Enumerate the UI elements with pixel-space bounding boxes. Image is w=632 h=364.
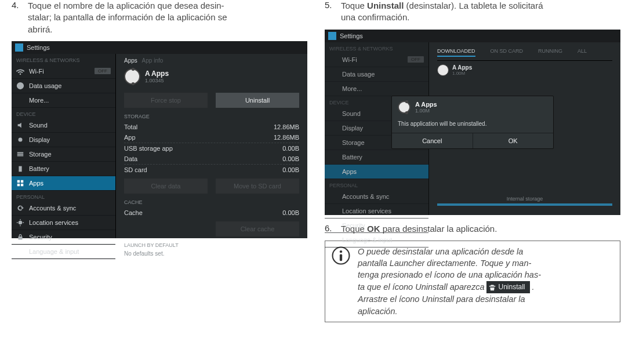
sidebar-item-display[interactable]: Display <box>12 133 115 147</box>
screenshot-app-info: Settings WIRELESS & NETWORKS Wi-Fi OFF D… <box>12 41 307 238</box>
sidebar-item-data-usage[interactable]: Data usage <box>12 79 115 93</box>
display-icon <box>16 136 24 144</box>
svg-point-10 <box>19 221 21 224</box>
app-header: A Apps 1.00345 <box>124 67 299 89</box>
sidebar-item-security[interactable]: Security <box>325 219 428 233</box>
language-icon <box>16 247 24 256</box>
lock-icon <box>329 221 337 230</box>
sync-icon <box>329 192 337 201</box>
sidebar-item-wifi[interactable]: Wi-Fi OFF <box>12 64 115 79</box>
tab-on-sd[interactable]: ON SD CARD <box>491 48 524 57</box>
internal-storage-bar: Internal storage <box>437 196 612 206</box>
location-icon <box>16 219 24 227</box>
dialog-cancel-button[interactable]: Cancel <box>392 133 473 148</box>
svg-rect-11 <box>19 236 23 239</box>
sidebar-item-apps[interactable]: Apps <box>12 176 115 191</box>
sidebar-item-security[interactable]: Security <box>12 230 115 245</box>
app-icon <box>124 68 140 85</box>
app-icon <box>437 64 449 76</box>
storage-icon <box>329 139 337 147</box>
sidebar-header-wireless: WIRELESS & NETWORKS <box>12 54 115 64</box>
lock-icon <box>16 233 24 241</box>
sidebar-header-device: DEVICE <box>12 108 115 118</box>
step-5: 5. Toque Uninstall (desinstalar). La tab… <box>325 0 620 24</box>
dialog-message: This application will be uninstalled. <box>392 118 553 133</box>
battery-icon <box>16 165 24 173</box>
step-number: 4. <box>12 0 28 35</box>
wifi-off-badge[interactable]: OFF <box>95 68 111 74</box>
step-4: 4. Toque el nombre de la aplicación que … <box>12 0 307 35</box>
svg-rect-14 <box>340 254 342 261</box>
sound-icon <box>16 121 24 129</box>
uninstall-button[interactable]: Uninstall <box>216 93 299 108</box>
svg-rect-8 <box>17 184 20 186</box>
sidebar-item-language[interactable]: Language & input <box>12 245 115 259</box>
apps-tabs: DOWNLOADED ON SD CARD RUNNING ALL <box>437 48 612 57</box>
sidebar-item-accounts[interactable]: Accounts & sync <box>12 201 115 216</box>
tab-all[interactable]: ALL <box>577 48 587 57</box>
uninstall-dialog: A Apps 1.00M This application will be un… <box>391 96 554 149</box>
battery-icon <box>329 153 337 161</box>
window-title: Settings <box>340 32 363 39</box>
sidebar-item-data-usage[interactable]: Data usage <box>325 67 428 82</box>
dialog-ok-button[interactable]: OK <box>473 133 554 148</box>
step-number: 5. <box>325 0 341 24</box>
storage-total: Total12.86MB <box>124 122 299 132</box>
settings-icon <box>328 32 336 40</box>
sidebar-item-more[interactable]: More... <box>325 82 428 96</box>
sidebar-item-battery[interactable]: Battery <box>12 162 115 176</box>
app-icon <box>398 101 411 114</box>
window-title: Settings <box>27 44 50 51</box>
sidebar-item-battery[interactable]: Battery <box>325 150 428 165</box>
svg-rect-7 <box>21 180 23 183</box>
svg-point-1 <box>19 137 23 141</box>
app-version: 1.00345 <box>145 78 169 83</box>
settings-sidebar: WIRELESS & NETWORKS Wi-Fi OFF Data usage… <box>12 54 116 238</box>
data-usage-icon <box>16 82 24 90</box>
settings-icon <box>15 43 23 52</box>
sidebar-item-language[interactable]: Language & input <box>325 233 428 247</box>
sidebar-item-location[interactable]: Location services <box>12 216 115 230</box>
svg-rect-2 <box>17 152 24 153</box>
svg-point-13 <box>340 250 342 253</box>
clear-cache-button[interactable]: Clear cache <box>216 221 299 236</box>
tip-box: O puede desinstalar una aplicación desde… <box>325 241 620 322</box>
sidebar-item-location[interactable]: Location services <box>325 204 428 219</box>
sidebar-item-apps[interactable]: Apps <box>325 165 428 179</box>
sidebar-item-wifi[interactable]: Wi-FiOFF <box>325 53 428 67</box>
data-usage-icon <box>329 70 337 78</box>
cache-row: Cache0.00B <box>124 208 299 218</box>
clear-data-button[interactable]: Clear data <box>124 179 208 194</box>
app-info-pane: Apps App info A Apps 1.00345 Force stop <box>116 54 307 238</box>
apps-icon <box>16 179 24 187</box>
svg-point-0 <box>17 83 24 89</box>
sound-icon <box>329 110 337 118</box>
step-text: Toque el nombre de la aplicación que des… <box>28 0 227 35</box>
storage-section-header: STORAGE <box>124 114 299 119</box>
wifi-icon <box>329 56 337 64</box>
cache-section-header: CACHE <box>124 199 299 205</box>
force-stop-button[interactable]: Force stop <box>124 93 208 108</box>
sidebar-item-storage[interactable]: Storage <box>12 147 115 162</box>
sidebar-header-personal: PERSONAL <box>12 191 115 201</box>
sidebar-item-more[interactable]: More... <box>12 93 115 108</box>
uninstall-badge: Uninstall <box>486 281 529 293</box>
tab-downloaded[interactable]: DOWNLOADED <box>437 48 475 57</box>
breadcrumb: Apps App info <box>124 57 299 64</box>
move-to-sd-button[interactable]: Move to SD card <box>216 179 299 194</box>
app-name: A Apps <box>145 70 169 78</box>
storage-app: App12.86MB <box>124 132 299 143</box>
window-titlebar: Settings <box>325 30 620 42</box>
apps-icon <box>329 168 337 176</box>
svg-rect-3 <box>17 154 24 155</box>
sidebar-item-accounts[interactable]: Accounts & sync <box>325 190 428 204</box>
app-list-row[interactable]: A Apps 1.00M <box>437 64 612 76</box>
dialog-title: A Apps <box>415 101 437 108</box>
sidebar-item-sound[interactable]: Sound <box>12 118 115 133</box>
location-icon <box>329 207 337 215</box>
dialog-subtitle: 1.00M <box>415 108 437 114</box>
storage-icon <box>16 150 24 158</box>
tab-running[interactable]: RUNNING <box>538 48 562 57</box>
info-icon <box>331 246 351 265</box>
svg-rect-6 <box>17 180 20 183</box>
